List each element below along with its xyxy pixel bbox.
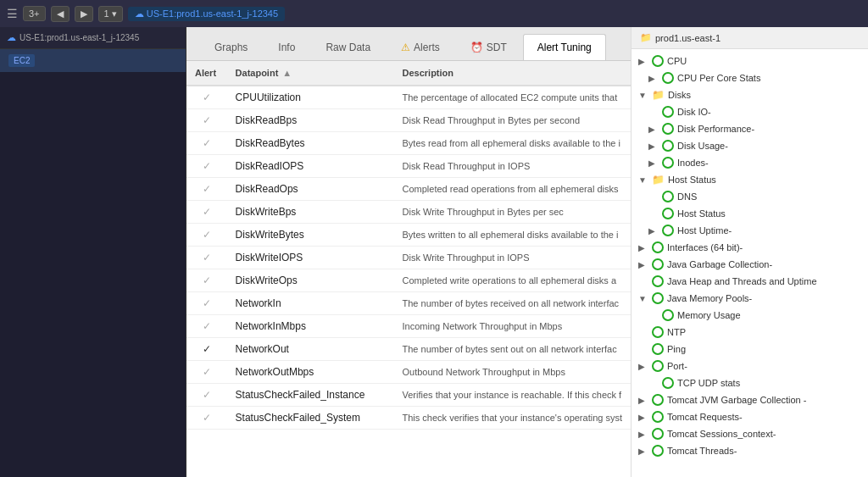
- tree-item[interactable]: ▶Disk Performance-: [632, 120, 868, 137]
- table-row[interactable]: ✓NetworkInMbpsIncoming Network Throughpu…: [186, 315, 631, 338]
- check-cell[interactable]: ✓: [186, 269, 227, 292]
- tree-item[interactable]: ▶Java Garbage Collection-: [632, 256, 868, 273]
- check-mark[interactable]: ✓: [203, 252, 211, 263]
- check-mark[interactable]: ✓: [203, 297, 211, 309]
- expand-icon[interactable]: ▶: [638, 260, 648, 269]
- check-mark[interactable]: ✓: [203, 183, 211, 195]
- check-mark[interactable]: ✓: [203, 366, 211, 378]
- expand-icon[interactable]: ▶: [638, 243, 648, 252]
- tab-graphs[interactable]: Graphs: [200, 34, 262, 60]
- check-mark[interactable]: ✓: [203, 137, 211, 149]
- check-cell[interactable]: ✓: [186, 384, 227, 407]
- check-cell[interactable]: ✓: [186, 315, 227, 338]
- check-cell[interactable]: ✓: [186, 247, 227, 269]
- table-row[interactable]: ✓StatusCheckFailed_InstanceVerifies that…: [186, 384, 631, 407]
- table-row[interactable]: ✓NetworkInThe number of bytes received o…: [186, 292, 631, 315]
- expand-icon[interactable]: ▶: [638, 57, 648, 66]
- check-mark[interactable]: ✓: [203, 275, 211, 286]
- check-mark[interactable]: ✓: [203, 206, 211, 218]
- nav-back-button[interactable]: ◀: [51, 6, 70, 22]
- tree-item[interactable]: ▶Tomcat Threads-: [632, 442, 868, 459]
- tree-item[interactable]: ▶CPU: [632, 53, 868, 69]
- check-mark[interactable]: ✓: [203, 389, 211, 401]
- expand-icon[interactable]: ▼: [638, 91, 648, 100]
- tree-item[interactable]: ▶Inodes-: [632, 154, 868, 171]
- expand-icon[interactable]: ▶: [638, 446, 648, 456]
- tree-item[interactable]: ▶Tomcat Requests-: [632, 408, 868, 425]
- table-row[interactable]: ✓DiskReadBpsDisk Read Throughput in Byte…: [186, 109, 631, 132]
- ec2-item[interactable]: EC2: [0, 49, 186, 72]
- expand-icon[interactable]: ▶: [648, 158, 659, 168]
- tab-rawdata[interactable]: Raw Data: [311, 34, 385, 60]
- tree-item-label: Disk Usage-: [677, 141, 728, 151]
- check-cell[interactable]: ✓: [186, 224, 227, 247]
- check-mark[interactable]: ✓: [203, 160, 211, 172]
- check-cell[interactable]: ✓: [186, 361, 227, 384]
- tab-info[interactable]: Info: [264, 34, 309, 60]
- expand-icon[interactable]: ▶: [638, 430, 648, 439]
- table-row[interactable]: ✓StatusCheckFailed_SystemThis check veri…: [186, 407, 631, 430]
- expand-icon[interactable]: ▶: [638, 413, 648, 422]
- table-row[interactable]: ✓NetworkOutMbpsOutbound Network Throughp…: [186, 361, 631, 384]
- check-mark[interactable]: ✓: [203, 343, 211, 355]
- tree-item[interactable]: ▶Port-: [632, 358, 868, 374]
- menu-icon[interactable]: ☰: [7, 7, 18, 20]
- check-cell[interactable]: ✓: [186, 201, 227, 224]
- nav-fwd-button[interactable]: ▶: [75, 6, 93, 22]
- tree-item[interactable]: ▶Tomcat Sessions_context-: [632, 425, 868, 442]
- expand-icon[interactable]: ▶: [648, 125, 659, 134]
- expand-icon[interactable]: ▶: [648, 141, 659, 151]
- tree-item[interactable]: Java Heap and Threads and Uptime: [632, 273, 868, 290]
- check-mark[interactable]: ✓: [203, 114, 211, 126]
- table-row[interactable]: ✓DiskReadOpsCompleted read operations fr…: [186, 178, 631, 201]
- check-cell[interactable]: ✓: [186, 86, 227, 109]
- tree-item[interactable]: TCP UDP stats: [632, 374, 868, 391]
- table-row[interactable]: ✓CPUUtilizationThe percentage of allocat…: [186, 86, 631, 109]
- expand-icon[interactable]: ▶: [638, 362, 648, 371]
- tree-item[interactable]: ▶Tomcat JVM Garbage Collection -: [632, 391, 868, 408]
- expand-icon[interactable]: ▶: [648, 226, 659, 236]
- check-mark[interactable]: ✓: [203, 92, 211, 103]
- check-cell[interactable]: ✓: [186, 132, 227, 155]
- check-cell[interactable]: ✓: [186, 109, 227, 132]
- tree-item[interactable]: Memory Usage: [632, 307, 868, 324]
- expand-icon[interactable]: ▶: [638, 396, 648, 405]
- add-button[interactable]: 3+: [23, 6, 46, 21]
- check-mark[interactable]: ✓: [203, 229, 211, 241]
- table-row[interactable]: ✓DiskWriteOpsCompleted write operations …: [186, 269, 631, 292]
- tree-item[interactable]: ▶Host Uptime-: [632, 222, 868, 239]
- col-header-datapoint[interactable]: Datapoint ▲: [227, 61, 394, 86]
- tree-item[interactable]: ▶CPU Per Core Stats: [632, 69, 868, 86]
- tab-sdt[interactable]: ⏰ SDT: [456, 34, 521, 60]
- tree-item[interactable]: ▼Java Memory Pools-: [632, 290, 868, 307]
- check-cell[interactable]: ✓: [186, 407, 227, 430]
- tree-item[interactable]: ▶Interfaces (64 bit)-: [632, 239, 868, 256]
- table-row[interactable]: ✓DiskWriteBpsDisk Write Throughput in By…: [186, 201, 631, 224]
- datapoint-name: DiskWriteOps: [236, 275, 298, 286]
- check-cell[interactable]: ✓: [186, 178, 227, 201]
- table-row[interactable]: ✓NetworkOutThe number of bytes sent out …: [186, 338, 631, 361]
- check-cell[interactable]: ✓: [186, 338, 227, 361]
- tree-item[interactable]: Disk IO-: [632, 103, 868, 120]
- tree-item[interactable]: Host Status: [632, 205, 868, 222]
- tree-item[interactable]: ▼📁Disks: [632, 86, 868, 103]
- check-mark[interactable]: ✓: [203, 320, 211, 332]
- check-mark[interactable]: ✓: [203, 412, 211, 424]
- tree-item[interactable]: DNS: [632, 188, 868, 205]
- tree-item[interactable]: ▼📁Host Status: [632, 171, 868, 188]
- dropdown-button[interactable]: 1 ▾: [98, 6, 123, 22]
- tab-alerttuning[interactable]: Alert Tuning: [523, 34, 606, 60]
- tab-alerts[interactable]: ⚠ Alerts: [387, 34, 454, 60]
- expand-icon[interactable]: ▼: [638, 175, 648, 185]
- table-row[interactable]: ✓DiskReadIOPSDisk Read Throughput in IOP…: [186, 155, 631, 178]
- table-row[interactable]: ✓DiskReadBytesBytes read from all epheme…: [186, 132, 631, 155]
- check-cell[interactable]: ✓: [186, 292, 227, 315]
- expand-icon[interactable]: ▶: [648, 74, 659, 83]
- tree-item[interactable]: Ping: [632, 341, 868, 358]
- tree-item[interactable]: ▶Disk Usage-: [632, 137, 868, 154]
- check-cell[interactable]: ✓: [186, 155, 227, 178]
- expand-icon[interactable]: ▼: [638, 294, 648, 303]
- table-row[interactable]: ✓DiskWriteIOPSDisk Write Throughput in I…: [186, 247, 631, 269]
- table-row[interactable]: ✓DiskWriteBytesBytes written to all ephe…: [186, 224, 631, 247]
- tree-item[interactable]: NTP: [632, 324, 868, 341]
